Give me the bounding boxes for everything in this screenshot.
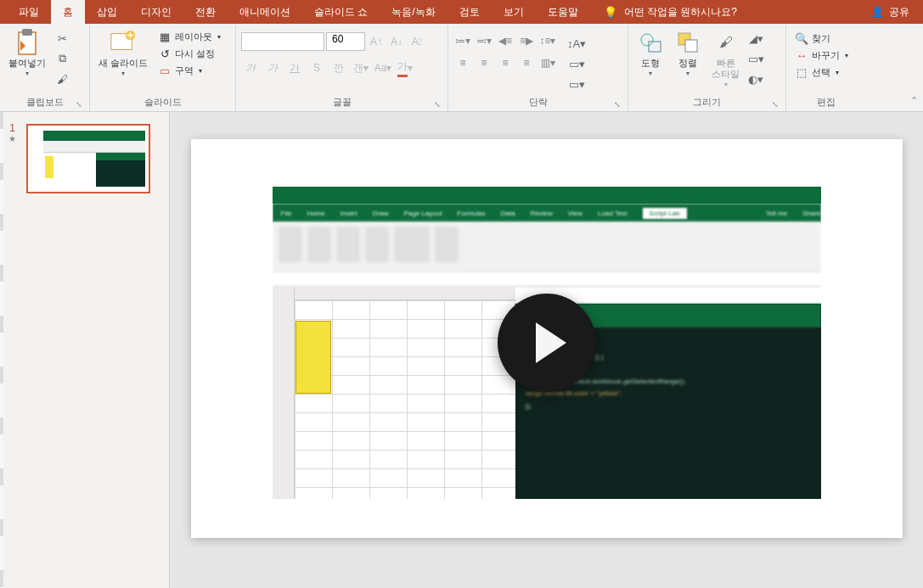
home-tab[interactable]: 홈 (51, 0, 85, 24)
text-direction-button[interactable]: ↕A▾ (567, 34, 586, 53)
video-excel-ribbon (273, 222, 821, 273)
reset-button[interactable]: ↺다시 설정 (155, 46, 224, 61)
share-button[interactable]: 👤 공유 (871, 5, 909, 20)
slide-canvas-area[interactable]: FileHomeInsertDrawPage LayoutFormulasDat… (170, 112, 923, 588)
new-slide-icon (110, 29, 137, 56)
clear-formatting-button[interactable]: A⃠ (408, 33, 426, 50)
columns-button[interactable]: ▥▾ (538, 54, 557, 71)
strikethrough-button[interactable]: S (307, 59, 326, 76)
new-slide-label: 새 슬라이드 (98, 58, 148, 69)
shape-fill-button[interactable]: ◢▾ (746, 29, 765, 48)
shape-effects-button[interactable]: ◐▾ (746, 70, 765, 88)
font-color-icon: 가 (397, 59, 408, 77)
align-right-button[interactable]: ≡ (496, 54, 515, 71)
underline-button[interactable]: 가 (285, 59, 304, 76)
paste-button[interactable]: 붙여넣기 ▾ (5, 27, 49, 79)
font-size-select[interactable]: 60 (326, 32, 365, 51)
bullets-button[interactable]: ≔▾ (453, 32, 472, 49)
font-family-select[interactable] (241, 32, 324, 51)
shapes-icon (637, 29, 664, 56)
text-shadow-button[interactable]: 깐 (329, 59, 348, 76)
dialog-launcher-icon[interactable]: ⤡ (772, 100, 779, 109)
eraser-icon: A⃠ (412, 36, 422, 48)
justify-button[interactable]: ≡ (517, 54, 536, 71)
dialog-launcher-icon[interactable]: ⤡ (614, 100, 621, 109)
replace-button[interactable]: ↔바꾸기▾ (791, 48, 852, 63)
arrange-button[interactable]: 정렬▾ (671, 27, 705, 79)
slide-thumbnail-1[interactable] (26, 124, 150, 193)
bold-button[interactable]: 가 (241, 59, 260, 76)
paragraph-group-label: 단락 ⤡ (453, 93, 622, 111)
increase-font-button[interactable]: A↑ (367, 33, 386, 50)
chevron-down-icon: ▾ (121, 70, 125, 77)
video-excel-formula-bar (273, 273, 821, 287)
help-tab[interactable]: 도움말 (536, 0, 590, 24)
file-tab[interactable]: 파일 (7, 0, 51, 24)
share-icon: 👤 (871, 6, 884, 18)
review-tab[interactable]: 검토 (447, 0, 492, 24)
align-center-button[interactable]: ≡ (475, 54, 493, 71)
arrange-icon (674, 29, 701, 56)
numbering-button[interactable]: ≕▾ (475, 32, 493, 49)
animations-tab[interactable]: 애니메이션 (228, 0, 302, 24)
decrease-font-button[interactable]: A↓ (387, 33, 406, 50)
smartart-icon: ▭ (569, 78, 579, 91)
section-button[interactable]: ▭구역▾ (155, 63, 224, 78)
layout-icon: ▦ (158, 30, 172, 43)
design-tab[interactable]: 디자인 (129, 0, 183, 24)
select-button[interactable]: ⬚선택▾ (791, 64, 852, 80)
record-tab[interactable]: 녹음/녹화 (380, 0, 447, 24)
cut-button[interactable]: ✂ (53, 29, 71, 48)
video-object[interactable]: FileHomeInsertDrawPage LayoutFormulasDat… (273, 187, 821, 499)
find-button[interactable]: 🔍찾기 (791, 31, 852, 46)
slide-thumbnails-panel[interactable]: 1 ★ (0, 112, 170, 588)
shape-outline-button[interactable]: ▭▾ (746, 49, 765, 68)
slides-group-label: 슬라이드 (95, 93, 230, 111)
decrease-indent-button[interactable]: ◀≡ (496, 32, 515, 49)
paste-label: 붙여넣기 (8, 58, 46, 69)
tell-me-search[interactable]: 💡 어떤 작업을 원하시나요? (590, 5, 737, 20)
new-slide-button[interactable]: 새 슬라이드 ▾ (95, 27, 151, 79)
transitions-tab[interactable]: 전환 (183, 0, 228, 24)
slide-canvas[interactable]: FileHomeInsertDrawPage LayoutFormulasDat… (191, 139, 903, 538)
font-color-button[interactable]: 가▾ (396, 59, 414, 76)
select-icon: ⬚ (795, 65, 808, 79)
video-yellow-cells (295, 321, 331, 394)
lightbulb-icon: 💡 (604, 6, 617, 19)
shapes-button[interactable]: 도형▾ (633, 27, 667, 79)
smartart-button[interactable]: ▭▾ (567, 75, 586, 93)
outline-icon: ▭ (748, 53, 758, 65)
align-left-button[interactable]: ≡ (453, 54, 472, 71)
dialog-launcher-icon[interactable]: ⤡ (434, 100, 441, 109)
animation-indicator-icon: ★ (8, 134, 16, 143)
copy-button[interactable]: ⧉ (53, 49, 71, 68)
insert-tab[interactable]: 삽입 (85, 0, 129, 24)
char-spacing-button[interactable]: 갠▾ (352, 59, 370, 76)
svg-rect-7 (685, 40, 697, 52)
line-spacing-button[interactable]: ↕≡▾ (538, 32, 557, 49)
video-play-button[interactable] (498, 294, 596, 392)
quick-styles-icon: 🖌 (712, 29, 740, 56)
fill-icon: ◢ (749, 32, 757, 45)
dialog-launcher-icon[interactable]: ⤡ (76, 100, 82, 109)
change-case-button[interactable]: Aa▾ (374, 59, 392, 76)
font-group-label: 글꼴 ⤡ (241, 93, 442, 111)
italic-button[interactable]: 가 (263, 59, 282, 76)
quick-styles-button[interactable]: 🖌 빠른 스타일▾ (708, 27, 743, 90)
clipboard-group-label: 클립보드 ⤡ (5, 93, 84, 111)
font-grow-icon: A↑ (370, 36, 382, 48)
slideshow-tab[interactable]: 슬라이드 쇼 (302, 0, 380, 24)
align-text-button[interactable]: ▭▾ (567, 54, 586, 73)
view-tab[interactable]: 보기 (492, 0, 536, 24)
effects-icon: ◐ (748, 73, 757, 86)
tell-me-label: 어떤 작업을 원하시나요? (624, 5, 737, 20)
slide-number: 1 (9, 122, 15, 134)
increase-indent-button[interactable]: ≡▶ (517, 32, 536, 49)
text-direction-icon: ↕A (567, 37, 580, 50)
collapse-ribbon-button[interactable]: ⌃ (910, 95, 918, 106)
chevron-down-icon: ▾ (25, 70, 29, 77)
section-icon: ▭ (158, 64, 172, 77)
layout-button[interactable]: ▦레이아웃▾ (155, 29, 224, 44)
format-painter-button[interactable]: 🖌 (53, 70, 71, 88)
search-icon: 🔍 (795, 31, 808, 45)
